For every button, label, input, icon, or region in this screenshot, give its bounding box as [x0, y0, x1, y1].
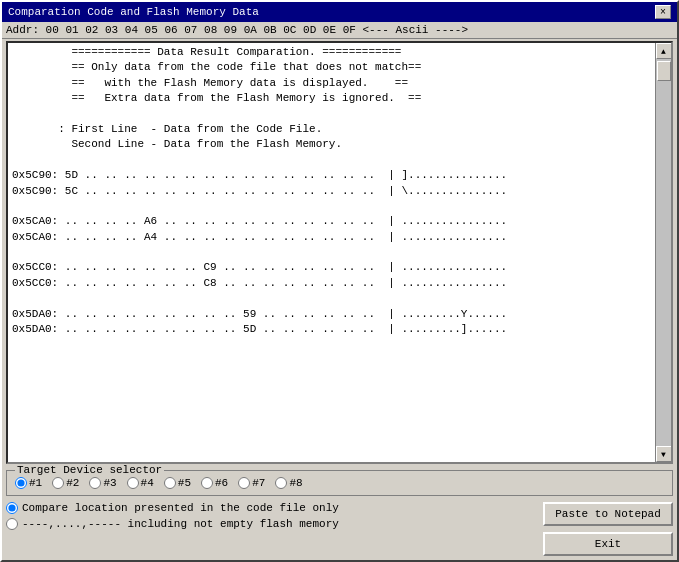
target-radio-4[interactable]	[127, 477, 139, 489]
main-window: Comparation Code and Flash Memory Data ×…	[0, 0, 679, 562]
target-radio-label: #2	[66, 477, 79, 489]
target-radio-item[interactable]: #3	[89, 477, 116, 489]
title-bar: Comparation Code and Flash Memory Data ×	[2, 2, 677, 22]
target-radio-3[interactable]	[89, 477, 101, 489]
close-button[interactable]: ×	[655, 5, 671, 19]
target-radio-item[interactable]: #6	[201, 477, 228, 489]
option-radio-item-1[interactable]: ----,....,----- including not empty flas…	[6, 518, 339, 530]
addr-label: Addr: 00 01 02 03 04 05 06 07 08 09 0A 0…	[6, 24, 468, 36]
option-radio-0[interactable]	[6, 502, 18, 514]
target-group-legend: Target Device selector	[15, 464, 164, 476]
exit-button[interactable]: Exit	[543, 532, 673, 556]
option-radio-item-0[interactable]: Compare location presented in the code f…	[6, 502, 339, 514]
target-radio-label: #4	[141, 477, 154, 489]
target-radio-label: #3	[103, 477, 116, 489]
scroll-thumb[interactable]	[657, 61, 671, 81]
target-device-group: Target Device selector #1#2#3#4#5#6#7#8	[6, 470, 673, 496]
main-content: ============ Data Result Comparation. ==…	[2, 39, 677, 560]
target-radio-6[interactable]	[201, 477, 213, 489]
target-radio-label: #5	[178, 477, 191, 489]
target-radios: #1#2#3#4#5#6#7#8	[15, 477, 664, 489]
scroll-down-button[interactable]: ▼	[656, 446, 672, 462]
paste-button[interactable]: Paste to Notepad	[543, 502, 673, 526]
addr-bar: Addr: 00 01 02 03 04 05 06 07 08 09 0A 0…	[2, 22, 677, 39]
scroll-up-button[interactable]: ▲	[656, 43, 672, 59]
scrollbar-vertical[interactable]: ▲ ▼	[655, 43, 671, 462]
target-radio-label: #6	[215, 477, 228, 489]
buttons-col: Paste to Notepad Exit	[543, 502, 673, 556]
target-radio-label: #7	[252, 477, 265, 489]
target-radio-item[interactable]: #4	[127, 477, 154, 489]
target-radio-2[interactable]	[52, 477, 64, 489]
target-radio-item[interactable]: #1	[15, 477, 42, 489]
code-area-wrapper: ============ Data Result Comparation. ==…	[6, 41, 673, 464]
target-radio-item[interactable]: #2	[52, 477, 79, 489]
bottom-section: Target Device selector #1#2#3#4#5#6#7#8 …	[2, 466, 677, 560]
target-radio-item[interactable]: #8	[275, 477, 302, 489]
target-radio-label: #1	[29, 477, 42, 489]
scroll-track[interactable]	[656, 59, 672, 446]
code-area[interactable]: ============ Data Result Comparation. ==…	[8, 43, 655, 462]
target-radio-7[interactable]	[238, 477, 250, 489]
option-radio-1[interactable]	[6, 518, 18, 530]
target-radio-label: #8	[289, 477, 302, 489]
target-radio-item[interactable]: #5	[164, 477, 191, 489]
option-label-0: Compare location presented in the code f…	[22, 502, 339, 514]
target-radio-5[interactable]	[164, 477, 176, 489]
bottom-row: Compare location presented in the code f…	[6, 502, 673, 556]
target-radio-1[interactable]	[15, 477, 27, 489]
target-radio-item[interactable]: #7	[238, 477, 265, 489]
option-label-1: ----,....,----- including not empty flas…	[22, 518, 339, 530]
target-radio-8[interactable]	[275, 477, 287, 489]
window-title: Comparation Code and Flash Memory Data	[8, 6, 259, 18]
options-col: Compare location presented in the code f…	[6, 502, 339, 530]
